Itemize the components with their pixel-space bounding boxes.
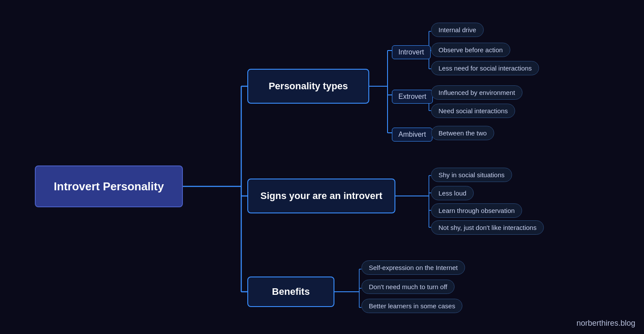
- introvert-label: Introvert: [398, 48, 424, 56]
- leaf-less-loud: Less loud: [431, 186, 474, 200]
- personality-types-node: Personality types: [247, 69, 369, 104]
- leaf-between-two: Between the two: [431, 126, 494, 140]
- root-label: Introvert Personality: [54, 180, 164, 193]
- personality-types-label: Personality types: [269, 81, 348, 92]
- extrovert-sub-node: Extrovert: [392, 90, 433, 104]
- watermark: norberthires.blog: [577, 319, 635, 328]
- benefits-node: Benefits: [247, 277, 334, 307]
- leaf-need-social: Need social interactions: [431, 104, 515, 118]
- leaf-shy-social: Shy in social situations: [431, 168, 512, 182]
- benefits-label: Benefits: [272, 286, 310, 297]
- leaf-less-need-social: Less need for social interactions: [431, 61, 539, 75]
- ambivert-label: Ambivert: [398, 131, 426, 138]
- leaf-dont-need-turn-off: Don't need much to turn off: [361, 280, 455, 294]
- root-node: Introvert Personality: [35, 165, 183, 207]
- leaf-better-learners: Better learners in some cases: [361, 299, 462, 313]
- signs-node: Signs your are an introvert: [247, 179, 395, 213]
- leaf-internal-drive: Internal drive: [431, 23, 484, 37]
- leaf-influenced-environment: Influenced by environment: [431, 85, 523, 100]
- signs-label: Signs your are an introvert: [260, 190, 382, 202]
- ambivert-sub-node: Ambivert: [392, 128, 432, 142]
- leaf-not-shy: Not shy, just don't like interactions: [431, 220, 544, 235]
- leaf-learn-observation: Learn through observation: [431, 203, 522, 218]
- mind-map-canvas: Introvert Personality Personality types …: [0, 0, 644, 334]
- leaf-observe-before-action: Observe before action: [431, 43, 510, 57]
- extrovert-label: Extrovert: [398, 93, 426, 101]
- introvert-sub-node: Introvert: [392, 45, 431, 59]
- leaf-self-expression: Self-expression on the Internet: [361, 260, 465, 275]
